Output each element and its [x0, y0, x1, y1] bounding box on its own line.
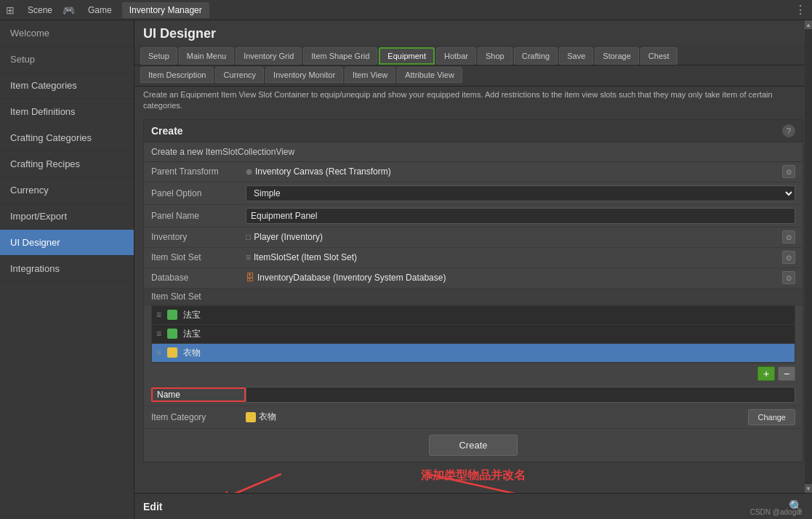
scene-icon: ⊞	[6, 4, 15, 16]
tab-main-menu[interactable]: Main Menu	[179, 47, 234, 65]
sidebar-item-item-categories[interactable]: Item Categories	[0, 73, 134, 99]
create-panel-title: Create	[151, 125, 183, 137]
drag-icon-2: ≡	[156, 347, 161, 358]
edit-bar: Edit 🔍	[134, 493, 812, 519]
slot-color-2	[167, 347, 177, 358]
item-slot-set-text: ItemSlotSet (Item Slot Set)	[254, 252, 357, 262]
parent-transform-label: Parent Transform	[151, 166, 246, 177]
add-slot-button[interactable]: +	[757, 366, 775, 381]
panel-name-row: Panel Name	[144, 205, 803, 228]
database-row: Database 🗄 InventoryDatabase (Inventory …	[144, 268, 803, 289]
slot-row-0[interactable]: ≡ 法宝	[152, 306, 795, 325]
annotation-text: 添加类型物品并改名	[421, 468, 526, 483]
tab-storage[interactable]: Storage	[595, 47, 639, 65]
game-icon: 🎮	[63, 4, 75, 16]
tab-item-description[interactable]: Item Description	[140, 67, 214, 83]
database-icon: 🗄	[246, 273, 254, 283]
item-slot-set-icon: ≡	[246, 252, 251, 262]
create-subtitle: Create a new ItemSlotCollectionView	[144, 142, 803, 162]
help-icon[interactable]: ?	[782, 124, 795, 137]
top-bar: ⊞ Scene 🎮 Game Inventory Manager ⋮	[0, 0, 812, 20]
database-value: 🗄 InventoryDatabase (Inventory System Da…	[246, 273, 779, 283]
parent-transform-picker[interactable]: ⊙	[782, 165, 795, 178]
item-slot-set-row: Item Slot Set ≡ ItemSlotSet (Item Slot S…	[144, 248, 803, 268]
tab-item-shape-grid[interactable]: Item Shape Grid	[303, 47, 377, 65]
more-options-icon[interactable]: ⋮	[795, 3, 806, 17]
create-button[interactable]: Create	[429, 435, 517, 456]
tab-scene[interactable]: Scene	[20, 2, 60, 18]
slot-name-2: 衣物	[183, 347, 201, 359]
edit-bar-title: Edit	[143, 501, 162, 512]
sidebar: Welcome Setup Item Categories Item Defin…	[0, 20, 134, 519]
item-slot-set-picker[interactable]: ⊙	[782, 251, 795, 264]
create-panel: Create ? Create a new ItemSlotCollection…	[143, 119, 803, 462]
scroll-down-button[interactable]: ▼	[805, 484, 812, 493]
inventory-label: Inventory	[151, 232, 246, 242]
database-text: InventoryDatabase (Inventory System Data…	[257, 273, 446, 283]
slot-list: ≡ 法宝 ≡ 法宝 ≡ 衣物	[151, 305, 795, 363]
name-input[interactable]	[246, 387, 795, 403]
item-category-label: Item Category	[151, 412, 246, 422]
slot-set-section-label: Item Slot Set	[144, 289, 803, 305]
content-area: UI Designer Setup Main Menu Inventory Gr…	[134, 20, 812, 519]
sidebar-item-crafting-categories[interactable]: Crafting Categories	[0, 125, 134, 151]
sidebar-item-ui-designer[interactable]: UI Designer	[0, 230, 134, 256]
inventory-value: □ Player (Inventory)	[246, 232, 779, 242]
sidebar-item-welcome[interactable]: Welcome	[0, 20, 134, 47]
sidebar-item-crafting-recipes[interactable]: Crafting Recipes	[0, 151, 134, 177]
item-category-change-button[interactable]: Change	[748, 409, 795, 425]
slot-row-1[interactable]: ≡ 法宝	[152, 325, 795, 344]
sidebar-item-item-definitions[interactable]: Item Definitions	[0, 99, 134, 125]
remove-slot-button[interactable]: −	[778, 366, 795, 381]
sidebar-item-import-export[interactable]: Import/Export	[0, 204, 134, 230]
name-value	[246, 387, 795, 403]
tab-hotbar[interactable]: Hotbar	[436, 47, 476, 65]
drag-icon-1: ≡	[156, 329, 161, 339]
sidebar-item-setup[interactable]: Setup	[0, 47, 134, 73]
tab-attribute-view[interactable]: Attribute View	[397, 67, 462, 83]
watermark: CSDN @adogai	[750, 508, 802, 516]
tab-inventory-manager[interactable]: Inventory Manager	[122, 2, 209, 18]
inventory-text: Player (Inventory)	[254, 232, 323, 242]
tab-item-view[interactable]: Item View	[345, 67, 395, 83]
slot-row-2[interactable]: ≡ 衣物	[152, 344, 795, 363]
main-layout: Welcome Setup Item Categories Item Defin…	[0, 20, 812, 519]
panel-name-label: Panel Name	[151, 211, 246, 221]
panel-option-row: Panel Option Simple Advanced	[144, 182, 803, 205]
database-picker[interactable]: ⊙	[782, 271, 795, 284]
drag-icon-0: ≡	[156, 310, 161, 320]
panel-option-select[interactable]: Simple Advanced	[246, 185, 795, 201]
scroll-up-button[interactable]: ▲	[805, 20, 812, 29]
sidebar-item-integrations[interactable]: Integrations	[0, 256, 134, 282]
sidebar-item-currency[interactable]: Currency	[0, 177, 134, 204]
item-slot-set-label: Item Slot Set	[151, 252, 246, 262]
parent-transform-row: Parent Transform ⊕ Inventory Canvas (Rec…	[144, 162, 803, 182]
parent-transform-value: ⊕ Inventory Canvas (Rect Transform)	[246, 166, 779, 177]
item-category-row: Item Category 衣物 Change	[144, 406, 803, 429]
panel-name-input[interactable]	[246, 208, 795, 224]
tab-game[interactable]: Game	[81, 2, 119, 18]
tab-currency[interactable]: Currency	[215, 67, 264, 83]
tab-inventory-grid[interactable]: Inventory Grid	[236, 47, 302, 65]
slot-name-0: 法宝	[183, 309, 201, 321]
tab-crafting[interactable]: Crafting	[514, 47, 558, 65]
item-category-text: 衣物	[259, 411, 276, 423]
create-header: Create ?	[144, 120, 803, 142]
title-row: UI Designer	[134, 20, 812, 44]
scrollbar: ▲ ▼	[805, 20, 812, 493]
tab-shop[interactable]: Shop	[478, 47, 512, 65]
inventory-icon: □	[246, 232, 251, 242]
tab-setup[interactable]: Setup	[140, 47, 177, 65]
tab-inventory-monitor[interactable]: Inventory Monitor	[265, 67, 343, 83]
tab-chest[interactable]: Chest	[640, 47, 678, 65]
tab-equipment[interactable]: Equipment	[379, 47, 435, 65]
slot-name-1: 法宝	[183, 328, 201, 340]
tab-save[interactable]: Save	[559, 47, 593, 65]
tab-row-2: Item Description Currency Inventory Moni…	[134, 65, 812, 86]
description-text: Create an Equipment Item View Slot Conta…	[134, 86, 812, 115]
panel-name-value	[246, 208, 795, 224]
slot-color-1	[167, 329, 177, 339]
database-label: Database	[151, 273, 246, 283]
slot-color-0	[167, 310, 177, 320]
inventory-picker[interactable]: ⊙	[782, 230, 795, 244]
